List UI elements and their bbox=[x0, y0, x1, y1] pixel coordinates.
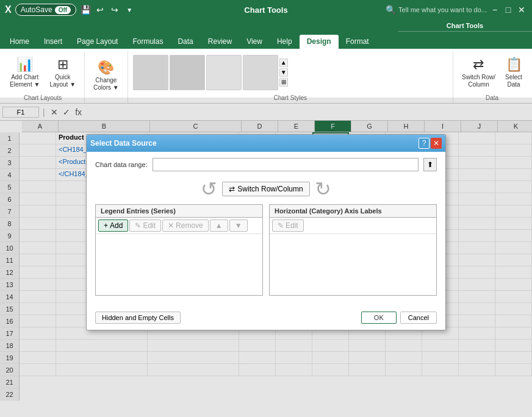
change-colors-label: ChangeColors ▼ bbox=[93, 77, 119, 91]
move-series-down-button[interactable]: ▼ bbox=[229, 219, 248, 232]
tab-view[interactable]: View bbox=[239, 35, 270, 49]
tab-review[interactable]: Review bbox=[201, 35, 239, 49]
ribbon-group-change-colors: 🎨 ChangeColors ▼ bbox=[85, 51, 128, 103]
switch-row-column-label: Switch Row/Column bbox=[462, 74, 495, 88]
autosave-label: AutoSave bbox=[21, 5, 52, 14]
chart-styles-area: ▲ ▼ ⊞ bbox=[133, 55, 448, 90]
quick-layout-icon: ⊞ bbox=[57, 57, 68, 73]
quick-layout-button[interactable]: ⊞ QuickLayout ▼ bbox=[46, 54, 79, 91]
change-colors-content: 🎨 ChangeColors ▼ bbox=[90, 51, 123, 100]
ribbon: 📊 Add ChartElement ▼ ⊞ QuickLayout ▼ Cha… bbox=[0, 49, 532, 104]
legend-entries-panel: Legend Entries (Series) + Add ✎ Edit bbox=[95, 204, 263, 296]
redo-icon[interactable]: ↪ bbox=[109, 4, 120, 15]
chart-tools-label: Chart Tools bbox=[447, 22, 483, 29]
tab-insert[interactable]: Insert bbox=[37, 35, 70, 49]
autosave-toggle[interactable]: Off bbox=[55, 6, 71, 14]
up-icon: ▲ bbox=[215, 221, 223, 230]
hidden-empty-cells-button[interactable]: Hidden and Empty Cells bbox=[95, 312, 181, 324]
chart-data-range-selector-button[interactable]: ⬆ bbox=[423, 158, 437, 171]
autosave-badge: AutoSave Off bbox=[15, 4, 77, 16]
title-bar: X AutoSave Off 💾 ↩ ↪ ▼ Chart Tools 🔍 Tel… bbox=[0, 0, 532, 20]
select-data-button[interactable]: 📋 SelectData bbox=[501, 54, 526, 91]
select-data-icon: 📋 bbox=[506, 57, 522, 73]
tell-me-input[interactable]: Tell me what you want to do... bbox=[398, 6, 487, 13]
chart-style-scroll-up[interactable]: ▲ bbox=[279, 59, 288, 67]
ribbon-group-chart-layouts: 📊 Add ChartElement ▼ ⊞ QuickLayout ▼ Cha… bbox=[1, 51, 85, 103]
title-bar-title: Chart Tools bbox=[244, 5, 287, 15]
title-bar-right: 🔍 Tell me what you want to do... − □ ✕ bbox=[385, 4, 527, 15]
tab-formulas[interactable]: Formulas bbox=[125, 35, 170, 49]
right-arrow-icon: ↻ bbox=[315, 177, 331, 201]
cancel-button[interactable]: Cancel bbox=[400, 312, 437, 324]
tab-data[interactable]: Data bbox=[170, 35, 200, 49]
ribbon-tabs: Home Insert Page Layout Formulas Data Re… bbox=[0, 32, 532, 49]
remove-series-button[interactable]: ✕ Remove bbox=[162, 219, 209, 232]
quick-layout-label: QuickLayout ▼ bbox=[49, 74, 76, 88]
dialog-title: Select Data Source bbox=[90, 139, 157, 148]
tab-format[interactable]: Format bbox=[339, 35, 376, 49]
switch-row-column-dialog-button[interactable]: ⇄ Switch Row/Column bbox=[222, 182, 309, 196]
title-bar-left: X AutoSave Off 💾 ↩ ↪ ▼ bbox=[5, 4, 135, 16]
edit-axis-button[interactable]: ✎ Edit bbox=[272, 219, 304, 232]
chart-style-2[interactable] bbox=[170, 55, 205, 90]
chart-style-1[interactable] bbox=[133, 55, 168, 90]
chart-styles-content: ▲ ▼ ⊞ bbox=[133, 51, 448, 93]
chart-style-scroll-more[interactable]: ⊞ bbox=[279, 78, 288, 87]
save-icon[interactable]: 💾 bbox=[80, 4, 91, 15]
dialog-body: Chart data range: ⬆ ↺ ⇄ Switch Row/Colum… bbox=[87, 152, 445, 308]
add-series-icon: + bbox=[104, 221, 108, 230]
change-colors-button[interactable]: 🎨 ChangeColors ▼ bbox=[90, 57, 123, 94]
quick-access-dropdown-icon[interactable]: ▼ bbox=[124, 4, 135, 15]
add-series-label: Add bbox=[110, 221, 123, 230]
chart-layouts-content: 📊 Add ChartElement ▼ ⊞ QuickLayout ▼ bbox=[6, 51, 79, 93]
app-container: X AutoSave Off 💾 ↩ ↪ ▼ Chart Tools 🔍 Tel… bbox=[0, 0, 532, 417]
add-chart-element-icon: 📊 bbox=[16, 57, 33, 73]
close-icon[interactable]: ✕ bbox=[516, 4, 527, 15]
edit-series-icon: ✎ bbox=[135, 221, 141, 230]
edit-axis-label: Edit bbox=[286, 221, 298, 230]
dialog-title-bar: Select Data Source ? ✕ bbox=[87, 135, 445, 152]
ribbon-group-chart-styles: ▲ ▼ ⊞ Chart Styles bbox=[128, 51, 453, 103]
switch-row-column-button[interactable]: ⇄ Switch Row/Column bbox=[458, 54, 499, 91]
dialog-overlay: Select Data Source ? ✕ Chart data range:… bbox=[0, 98, 532, 417]
tab-home[interactable]: Home bbox=[2, 35, 37, 49]
select-data-source-dialog: Select Data Source ? ✕ Chart data range:… bbox=[86, 134, 446, 330]
horizontal-axis-panel: Horizontal (Category) Axis Labels ✎ Edit bbox=[269, 204, 437, 296]
minimize-icon[interactable]: − bbox=[489, 4, 500, 15]
tab-design[interactable]: Design bbox=[300, 35, 339, 49]
data-group-content: ⇄ Switch Row/Column 📋 SelectData bbox=[458, 51, 526, 93]
edit-series-button[interactable]: ✎ Edit bbox=[129, 219, 161, 232]
down-icon: ▼ bbox=[235, 221, 242, 230]
chart-data-range-label: Chart data range: bbox=[95, 161, 148, 168]
chart-style-3[interactable] bbox=[206, 55, 242, 90]
chart-data-range-input[interactable] bbox=[153, 158, 419, 171]
excel-logo-icon: X bbox=[5, 4, 12, 15]
chart-style-scroll-down[interactable]: ▼ bbox=[279, 68, 288, 77]
tab-page-layout[interactable]: Page Layout bbox=[70, 35, 125, 49]
ok-button[interactable]: OK bbox=[361, 312, 397, 324]
left-arrow-icon: ↺ bbox=[201, 177, 217, 201]
tab-help[interactable]: Help bbox=[270, 35, 300, 49]
change-colors-icon: 🎨 bbox=[98, 60, 114, 76]
chart-style-scroll: ▲ ▼ ⊞ bbox=[279, 59, 288, 87]
dialog-help-button[interactable]: ? bbox=[419, 138, 430, 149]
search-icon[interactable]: 🔍 bbox=[385, 4, 396, 15]
restore-icon[interactable]: □ bbox=[503, 4, 514, 15]
add-chart-element-button[interactable]: 📊 Add ChartElement ▼ bbox=[6, 54, 43, 91]
undo-icon[interactable]: ↩ bbox=[95, 4, 106, 15]
horizontal-axis-body bbox=[270, 234, 436, 295]
select-data-label: SelectData bbox=[505, 74, 522, 88]
add-series-button[interactable]: + Add bbox=[98, 219, 128, 232]
chart-style-4[interactable] bbox=[243, 55, 278, 90]
switch-icon: ⇄ bbox=[229, 185, 235, 193]
legend-entries-toolbar: + Add ✎ Edit ✕ Remove bbox=[96, 218, 262, 234]
dialog-close-button[interactable]: ✕ bbox=[431, 138, 442, 149]
remove-series-icon: ✕ bbox=[168, 221, 174, 230]
dialog-title-buttons: ? ✕ bbox=[419, 138, 442, 149]
switch-row-column-dialog-label: Switch Row/Column bbox=[237, 185, 303, 193]
switch-row-column-icon: ⇄ bbox=[473, 57, 484, 73]
move-series-up-button[interactable]: ▲ bbox=[210, 219, 228, 232]
edit-series-label: Edit bbox=[143, 221, 156, 230]
horizontal-axis-header: Horizontal (Category) Axis Labels bbox=[270, 205, 436, 218]
switch-area: ↺ ⇄ Switch Row/Column ↻ bbox=[95, 177, 437, 201]
